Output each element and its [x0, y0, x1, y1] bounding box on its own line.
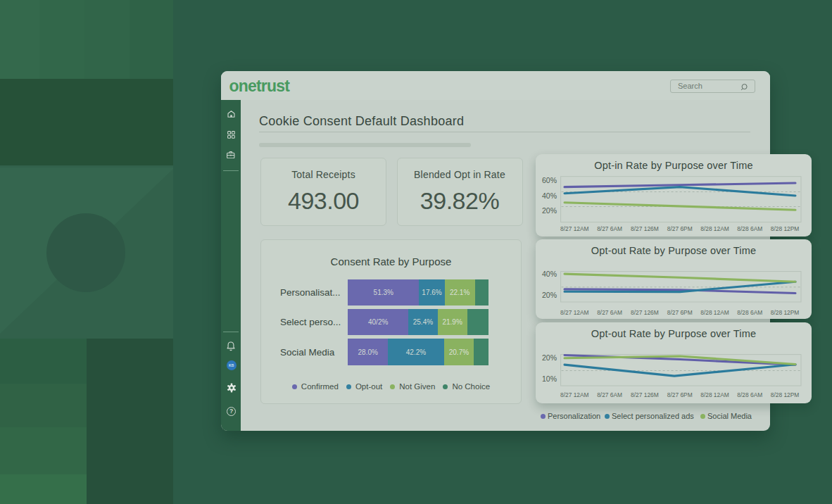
svg-text:8/27 6AM: 8/27 6AM [597, 225, 622, 232]
svg-text:8/28 12PM: 8/28 12PM [771, 309, 800, 316]
svg-text:8/27 126M: 8/27 126M [631, 225, 659, 232]
svg-text:8/28 6AM: 8/28 6AM [737, 225, 762, 232]
svg-text:8/28 12PM: 8/28 12PM [771, 225, 800, 232]
svg-text:8/28 12AM: 8/28 12AM [700, 225, 729, 232]
svg-text:8/28 12AM: 8/28 12AM [700, 309, 729, 316]
svg-text:8/27 6AM: 8/27 6AM [597, 391, 622, 398]
svg-text:8/27 12AM: 8/27 12AM [560, 391, 589, 398]
svg-text:40%: 40% [542, 270, 557, 278]
svg-text:8/27 126M: 8/27 126M [631, 309, 659, 316]
svg-text:8/28 12AM: 8/28 12AM [700, 391, 729, 398]
svg-text:8/28 6AM: 8/28 6AM [737, 391, 762, 398]
svg-text:8/27 6PM: 8/27 6PM [667, 225, 693, 232]
svg-text:8/27 6PM: 8/27 6PM [667, 391, 693, 398]
svg-text:20%: 20% [542, 291, 557, 299]
svg-text:20%: 20% [542, 206, 557, 215]
svg-text:60%: 60% [542, 176, 557, 184]
svg-text:8/27 6PM: 8/27 6PM [667, 309, 693, 316]
svg-text:10%: 10% [542, 374, 557, 383]
svg-text:20%: 20% [542, 353, 557, 362]
svg-text:8/27 126M: 8/27 126M [631, 391, 659, 398]
svg-text:8/27 12AM: 8/27 12AM [560, 309, 589, 316]
svg-text:8/28 12PM: 8/28 12PM [771, 391, 800, 398]
svg-text:40%: 40% [542, 191, 557, 200]
svg-text:8/28 6AM: 8/28 6AM [737, 309, 762, 316]
svg-text:8/27 6AM: 8/27 6AM [597, 309, 622, 316]
svg-text:8/27 12AM: 8/27 12AM [560, 225, 589, 232]
